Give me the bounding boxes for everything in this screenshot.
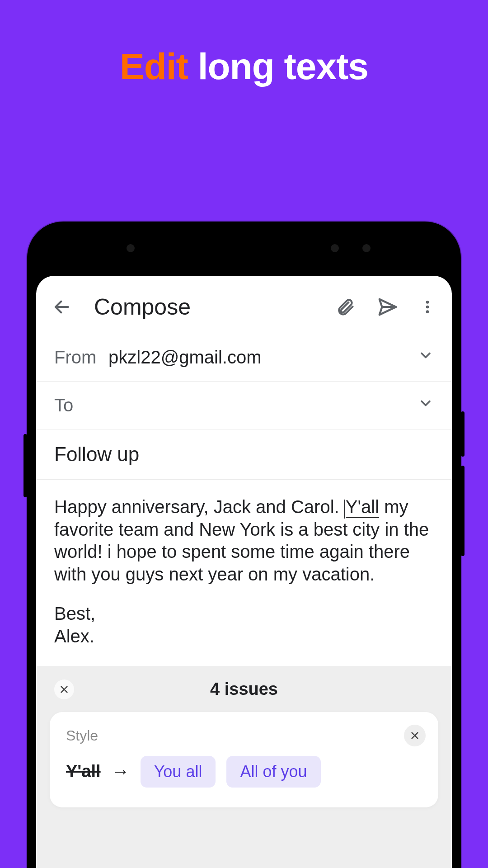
phone-side-button-right-1 (461, 411, 465, 457)
svg-point-4 (426, 306, 429, 309)
phone-side-button-left (23, 434, 27, 497)
signoff-line-2: Alex. (54, 625, 434, 648)
attachment-icon[interactable] (335, 297, 355, 317)
phone-side-button-right-2 (461, 466, 465, 556)
promo-headline: Edit long texts (0, 45, 488, 88)
more-menu-icon[interactable] (419, 299, 436, 315)
original-word: Y'all (66, 762, 101, 781)
signoff-line-1: Best, (54, 603, 434, 625)
phone-frame: Compose From pkzl22@gmail.com (27, 222, 461, 868)
chevron-down-icon[interactable] (418, 347, 434, 368)
email-body[interactable]: Happy anniversary, Jack and Carol. Y'all… (36, 480, 452, 666)
subject-value: Follow up (54, 443, 139, 465)
body-text-before: Happy anniversary, Jack and Carol. (54, 497, 344, 517)
text-cursor (344, 500, 345, 519)
screen-title: Compose (94, 294, 317, 320)
dismiss-suggestion-button[interactable] (404, 725, 426, 746)
headline-rest: long texts (188, 46, 368, 87)
svg-point-5 (426, 310, 429, 313)
from-label: From (54, 347, 108, 368)
suggestion-chip-2[interactable]: All of you (226, 756, 320, 788)
subject-field[interactable]: Follow up (36, 429, 452, 480)
app-screen: Compose From pkzl22@gmail.com (36, 276, 452, 868)
from-row[interactable]: From pkzl22@gmail.com (36, 334, 452, 382)
to-row[interactable]: To (36, 382, 452, 429)
suggestion-card: Style Y'all → You all All of you (50, 712, 438, 807)
suggestion-category: Style (66, 727, 422, 744)
to-label: To (54, 395, 108, 415)
from-value: pkzl22@gmail.com (108, 347, 418, 368)
send-icon[interactable] (377, 297, 398, 317)
headline-accent: Edit (120, 46, 188, 87)
issues-panel: 4 issues Style Y'all → You all All of yo… (36, 666, 452, 868)
chevron-down-icon[interactable] (418, 395, 434, 415)
arrow-right-icon: → (112, 761, 130, 782)
suggestion-chip-1[interactable]: You all (141, 756, 216, 788)
flagged-word[interactable]: Y'all (346, 497, 379, 518)
back-arrow-icon[interactable] (52, 297, 71, 316)
status-bar (36, 231, 452, 267)
issues-count: 4 issues (54, 679, 434, 699)
svg-point-3 (426, 301, 429, 304)
